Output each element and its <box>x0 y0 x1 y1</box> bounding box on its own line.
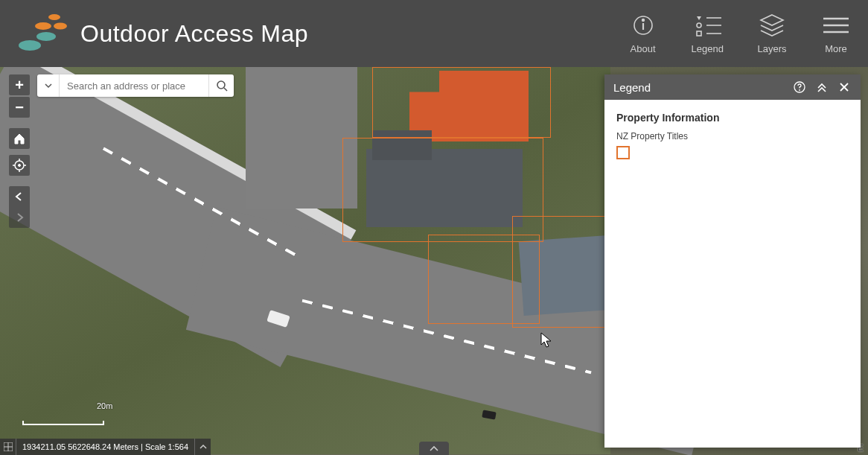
legend-panel: Legend Property Information NZ Property … <box>604 74 861 448</box>
svg-point-2 <box>54 23 67 30</box>
legend-swatch <box>616 146 630 159</box>
double-chevron-up-icon <box>816 81 828 93</box>
search-button[interactable] <box>208 74 234 97</box>
search-input[interactable] <box>60 74 208 97</box>
nav-more[interactable]: More <box>820 13 852 54</box>
home-icon <box>13 133 25 144</box>
legend-item-label: NZ Property Titles <box>616 131 849 141</box>
prev-extent-button[interactable] <box>14 186 25 207</box>
coordinate-bar: 1934211.05 5622648.24 Meters | Scale 1:5… <box>0 439 211 455</box>
svg-marker-8 <box>697 16 701 20</box>
nav-label-more: More <box>825 43 847 54</box>
svg-point-1 <box>35 22 51 30</box>
search-bar <box>37 74 234 97</box>
svg-point-7 <box>642 19 644 21</box>
svg-marker-14 <box>761 15 783 25</box>
coordinate-text: 1934211.05 5622648.24 Meters | Scale 1:5… <box>16 442 194 451</box>
chevron-up-icon <box>430 445 438 452</box>
menu-icon <box>820 13 852 37</box>
crosshair-small-icon <box>4 442 13 451</box>
svg-point-3 <box>36 32 56 41</box>
locate-button[interactable] <box>9 155 30 176</box>
nav-label-legend: Legend <box>692 43 724 54</box>
next-extent-button[interactable] <box>14 207 25 228</box>
help-icon <box>794 81 805 93</box>
zoom-in-button[interactable]: + <box>9 74 30 95</box>
nav-label-about: About <box>631 43 656 54</box>
svg-point-0 <box>48 14 60 20</box>
svg-rect-10 <box>697 31 701 36</box>
header-nav: About Legend Layers More <box>628 13 852 54</box>
home-button[interactable] <box>9 128 30 149</box>
svg-point-24 <box>217 81 225 89</box>
zoom-out-button[interactable]: − <box>9 97 30 118</box>
logo-icon <box>16 11 68 56</box>
legend-close-button[interactable] <box>837 80 852 95</box>
search-source-dropdown[interactable] <box>37 74 60 97</box>
legend-icon <box>692 13 723 37</box>
close-icon <box>839 82 849 92</box>
legend-help-button[interactable] <box>792 80 807 95</box>
legend-section-title: Property Information <box>616 112 849 124</box>
info-icon <box>628 13 659 37</box>
extent-nav <box>9 186 30 228</box>
chevron-up-icon <box>200 443 207 451</box>
legend-header: Legend <box>604 74 861 100</box>
nav-legend[interactable]: Legend <box>692 13 724 54</box>
mouse-cursor-icon <box>540 332 552 349</box>
scale-label: 20m <box>97 401 112 410</box>
chevron-down-icon <box>45 82 52 89</box>
svg-line-25 <box>224 88 227 91</box>
coordinate-toggle-button[interactable] <box>0 439 16 455</box>
search-icon <box>216 80 228 92</box>
scale-bar: 20m <box>22 412 104 425</box>
nav-layers[interactable]: Layers <box>756 13 788 54</box>
nav-about[interactable]: About <box>628 13 659 54</box>
svg-point-4 <box>19 40 41 51</box>
svg-point-19 <box>19 165 21 167</box>
arrow-right-icon <box>14 212 25 223</box>
app-logo: Outdoor Access Map <box>16 11 308 56</box>
layers-icon <box>756 13 788 37</box>
locate-icon <box>13 159 26 172</box>
nav-label-layers: Layers <box>757 43 786 54</box>
svg-point-30 <box>799 89 800 91</box>
attribute-table-toggle[interactable] <box>419 442 449 455</box>
legend-title: Legend <box>613 81 651 94</box>
coordinate-expand-button[interactable] <box>194 439 211 455</box>
app-title: Outdoor Access Map <box>80 20 308 48</box>
svg-point-9 <box>697 23 701 28</box>
arrow-left-icon <box>14 191 25 202</box>
app-header: Outdoor Access Map About Legend Layers M… <box>0 0 868 67</box>
legend-body: Property Information NZ Property Titles <box>604 100 861 171</box>
legend-collapse-button[interactable] <box>814 80 829 95</box>
